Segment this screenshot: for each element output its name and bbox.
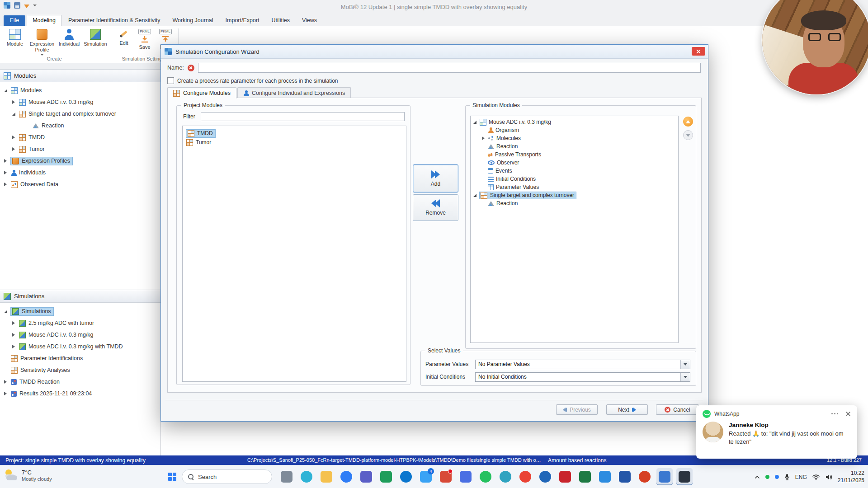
expander-icon[interactable] (3, 170, 8, 175)
taskbar-app[interactable]: 4 (418, 468, 434, 485)
taskbar-app-active[interactable] (656, 468, 673, 485)
tree-item-single-target-module[interactable]: Single target and complex turnover (471, 191, 678, 199)
combo-dropdown-icon[interactable] (680, 373, 690, 381)
tree-item-parameter-identifications[interactable]: Parameter Identifications (0, 352, 160, 364)
tree-item-simulations-root[interactable]: Simulations (0, 305, 160, 317)
tree-item-reaction[interactable]: Reaction (0, 120, 160, 131)
tree-item-mouse-adc-module[interactable]: Mouse ADC i.v. 0.3 mg/kg (471, 118, 678, 126)
process-rate-checkbox-row[interactable]: Create a process rate parameter for each… (167, 77, 338, 84)
whatsapp-notification[interactable]: WhatsApp Janneke Klop Reacted 🙏 to: "dit… (696, 405, 857, 459)
expander-icon[interactable] (472, 192, 477, 198)
dialog-close-button[interactable] (692, 47, 705, 56)
tree-item-molecules[interactable]: Molecules (471, 134, 678, 142)
taskbar-app[interactable] (358, 468, 374, 485)
taskbar-app[interactable] (637, 468, 653, 485)
tree-item-reaction[interactable]: Reaction (471, 142, 678, 150)
expander-icon[interactable] (11, 332, 16, 338)
taskbar-app[interactable] (477, 468, 494, 485)
tab-file[interactable]: File (4, 15, 25, 26)
taskbar-search[interactable]: Search (182, 469, 272, 484)
expander-icon[interactable] (11, 99, 16, 105)
tree-item-tumor[interactable]: Tumor (0, 143, 160, 155)
expander-icon[interactable] (11, 320, 16, 326)
expander-icon[interactable] (11, 146, 16, 152)
tree-item-tmdd-reaction[interactable]: TMDD Reaction (0, 376, 160, 388)
tree-item-individuals[interactable]: Individuals (0, 167, 160, 178)
taskbar-clock[interactable]: 10:22 21/11/2025 (838, 470, 864, 484)
save-pkml-button[interactable]: PKML Save (134, 28, 155, 52)
combo-dropdown-icon[interactable] (680, 360, 690, 369)
tree-item-mouse-adc[interactable]: Mouse ADC i.v. 0.3 mg/kg (0, 96, 160, 108)
taskbar-app[interactable] (458, 468, 474, 485)
tree-item-events[interactable]: Events (471, 167, 678, 175)
tray-app-green-icon[interactable] (765, 475, 769, 479)
expander-icon[interactable] (3, 309, 8, 314)
tree-item-modules-root[interactable]: Modules (0, 84, 160, 96)
tab-working-journal[interactable]: Working Journal (167, 15, 218, 26)
expander-icon[interactable] (3, 391, 8, 396)
expander-icon[interactable] (3, 158, 8, 164)
cancel-button[interactable]: Cancel (656, 404, 699, 415)
tab-parameter-identification[interactable]: Parameter Identification & Sensitivity (63, 15, 166, 26)
expander-icon[interactable] (3, 379, 8, 385)
expression-profile-dropdown-icon[interactable] (40, 54, 44, 56)
expander-icon[interactable] (11, 135, 16, 140)
tab-import-export[interactable]: Import/Export (220, 15, 265, 26)
simulation-button[interactable]: Simulation (82, 28, 108, 48)
edit-button[interactable]: Edit (113, 28, 134, 47)
taskbar-app[interactable] (378, 468, 394, 485)
tree-item-observed-data[interactable]: Observed Data (0, 178, 160, 190)
tab-configure-modules[interactable]: Configure Modules (167, 87, 236, 99)
tree-item-results[interactable]: Results 2025-11-21 09:23:04 (0, 388, 160, 399)
tab-views[interactable]: Views (297, 15, 322, 26)
tree-item-organism[interactable]: Organism (471, 126, 678, 134)
taskbar-app[interactable] (537, 468, 553, 485)
tray-chevron-icon[interactable] (755, 475, 760, 479)
quick-access-dropdown-icon[interactable] (33, 5, 37, 6)
module-button[interactable]: Module (2, 28, 28, 48)
list-item-tmdd[interactable]: TMDD (183, 129, 406, 138)
taskbar-app[interactable] (617, 468, 633, 485)
expander-icon[interactable] (472, 119, 477, 125)
microphone-icon[interactable] (784, 474, 790, 480)
move-down-button[interactable] (683, 130, 693, 140)
tree-item-sim-mouse-adc[interactable]: Mouse ADC i.v. 0.3 mg/kg (0, 329, 160, 341)
tree-item-initial-conditions[interactable]: Initial Conditions (471, 175, 678, 183)
add-button[interactable]: Add (413, 164, 458, 192)
taskbar-app[interactable] (597, 468, 613, 485)
taskbar-app[interactable] (318, 468, 335, 485)
save-icon[interactable] (14, 2, 20, 9)
taskbar-app[interactable] (298, 468, 315, 485)
tree-item-tmdd[interactable]: TMDD (0, 131, 160, 143)
previous-button[interactable]: Previous (556, 404, 598, 415)
taskbar-app[interactable] (557, 468, 573, 485)
process-rate-checkbox[interactable] (167, 77, 174, 84)
taskbar-app-active[interactable] (676, 468, 693, 485)
modules-panel-header[interactable]: Modules (0, 69, 160, 82)
tree-item-expression-profiles[interactable]: Expression Profiles (0, 155, 160, 167)
taskbar-app[interactable] (497, 468, 514, 485)
tree-item-observer[interactable]: Observer (471, 159, 678, 167)
tree-item-passive-transports[interactable]: Passive Transports (471, 150, 678, 159)
volume-icon[interactable] (825, 474, 832, 480)
taskbar-app[interactable] (398, 468, 414, 485)
expander-icon[interactable] (3, 88, 8, 93)
next-button[interactable]: Next (606, 404, 648, 415)
tree-item-sim-25mgkg[interactable]: 2.5 mg/kg ADC with tumor (0, 317, 160, 329)
taskbar-app[interactable] (577, 468, 593, 485)
tray-app-blue-icon[interactable] (775, 475, 779, 479)
expander-icon[interactable] (11, 344, 16, 349)
taskbar-app[interactable] (517, 468, 533, 485)
simulations-panel-header[interactable]: Simulations (0, 290, 160, 303)
individual-button[interactable]: Individual (56, 28, 82, 48)
more-options-icon[interactable] (831, 413, 838, 415)
weather-widget[interactable]: 7°C Mostly cloudy (5, 469, 52, 482)
dialog-titlebar[interactable]: Simulation Configuration Wizard (161, 45, 708, 59)
taskbar-app[interactable] (438, 468, 454, 485)
tree-item-parameter-values[interactable]: Parameter Values (471, 183, 678, 191)
language-indicator[interactable]: ENG (795, 474, 807, 480)
taskbar-app[interactable] (278, 468, 295, 485)
expander-icon[interactable] (481, 136, 486, 141)
expander-icon[interactable] (11, 111, 16, 117)
wifi-icon[interactable] (812, 474, 820, 480)
